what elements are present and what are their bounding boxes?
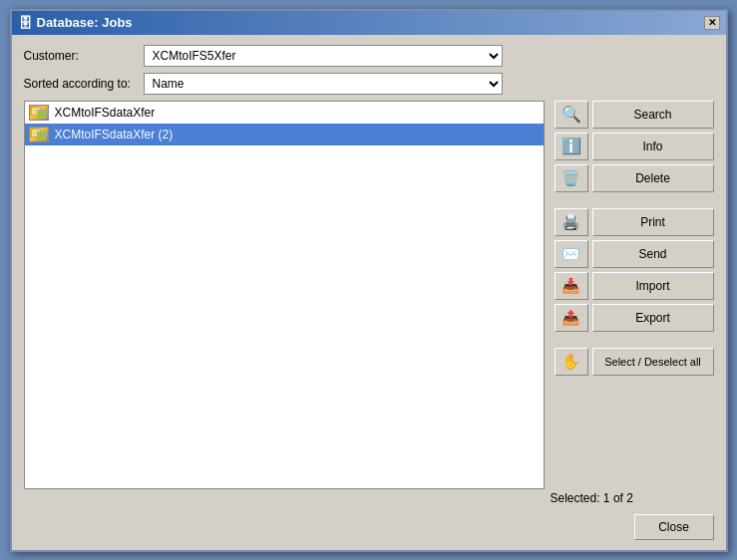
window-close-button[interactable]: ✕ — [704, 16, 720, 30]
info-icon-button[interactable]: ℹ️ — [554, 133, 588, 160]
delete-row: 🗑️ Delete — [554, 164, 714, 192]
title-bar: 🗄 Database: Jobs ✕ — [12, 11, 726, 35]
select-icon: ✋ — [561, 353, 580, 371]
sorted-label: Sorted according to: — [24, 77, 144, 91]
sorted-row: Sorted according to: Name — [24, 73, 714, 95]
send-row: ✉️ Send — [554, 240, 714, 268]
close-area: Close — [634, 514, 714, 540]
item-icon — [29, 127, 49, 142]
item-name: XCMtoIFSdataXfer (2) — [55, 128, 174, 141]
spacer1 — [554, 196, 714, 204]
dialog-title: Database: Jobs — [37, 15, 133, 30]
select-deselect-button[interactable]: Select / Deselect all — [592, 348, 714, 376]
customer-select-wrapper: XCMtoIFS5Xfer — [144, 45, 503, 67]
export-icon: 📤 — [561, 309, 580, 327]
buttons-panel: 🔍 Search ℹ️ Info 🗑️ Delete — [554, 101, 714, 489]
print-button[interactable]: Print — [592, 208, 714, 236]
export-row: 📤 Export — [554, 304, 714, 332]
import-button[interactable]: Import — [592, 272, 714, 300]
customer-select[interactable]: XCMtoIFS5Xfer — [144, 45, 503, 67]
select-icon-button[interactable]: ✋ — [554, 348, 588, 376]
title-bar-icon: 🗄 — [18, 15, 32, 31]
send-icon-button[interactable]: ✉️ — [554, 240, 588, 268]
info-button[interactable]: Info — [592, 133, 714, 160]
import-row: 📥 Import — [554, 272, 714, 300]
send-button[interactable]: Send — [592, 240, 714, 268]
title-bar-content: 🗄 Database: Jobs — [18, 15, 133, 31]
content-area: XCMtoIFSdataXfer XCMtoIFSdataXfer (2) 🔍 … — [24, 101, 714, 489]
send-icon: ✉️ — [561, 245, 580, 263]
search-icon: 🔍 — [561, 105, 581, 124]
database-jobs-dialog: 🗄 Database: Jobs ✕ Customer: XCMtoIFS5Xf… — [10, 9, 728, 552]
item-icon — [29, 105, 49, 121]
search-icon-button[interactable]: 🔍 — [554, 101, 588, 129]
close-dialog-button[interactable]: Close — [634, 514, 714, 540]
delete-button[interactable]: Delete — [592, 164, 714, 192]
item-name: XCMtoIFSdataXfer — [55, 106, 156, 120]
search-row: 🔍 Search — [554, 101, 714, 129]
jobs-list[interactable]: XCMtoIFSdataXfer XCMtoIFSdataXfer (2) — [24, 101, 545, 489]
import-icon-button[interactable]: 📥 — [554, 272, 588, 300]
delete-icon-button[interactable]: 🗑️ — [554, 164, 588, 192]
spacer2 — [554, 336, 714, 344]
search-button[interactable]: Search — [592, 101, 714, 129]
customer-row: Customer: XCMtoIFS5Xfer — [24, 45, 714, 67]
print-row: 🖨️ Print — [554, 208, 714, 236]
print-icon-button[interactable]: 🖨️ — [554, 208, 588, 236]
info-row: ℹ️ Info — [554, 133, 714, 160]
status-text: Selected: 1 of 2 — [551, 491, 633, 505]
info-icon: ℹ️ — [561, 137, 581, 155]
sorted-select[interactable]: Name — [144, 73, 503, 95]
dialog-body: Customer: XCMtoIFS5Xfer Sorted according… — [12, 35, 726, 499]
sorted-select-wrapper: Name — [144, 73, 503, 95]
import-icon: 📥 — [561, 277, 580, 295]
export-button[interactable]: Export — [592, 304, 714, 332]
export-icon-button[interactable]: 📤 — [554, 304, 588, 332]
list-item[interactable]: XCMtoIFSdataXfer (2) — [25, 124, 544, 145]
delete-icon: 🗑️ — [561, 169, 580, 187]
list-item[interactable]: XCMtoIFSdataXfer — [25, 102, 544, 124]
select-deselect-row: ✋ Select / Deselect all — [554, 348, 714, 376]
customer-label: Customer: — [24, 49, 144, 63]
print-icon: 🖨️ — [561, 213, 580, 231]
